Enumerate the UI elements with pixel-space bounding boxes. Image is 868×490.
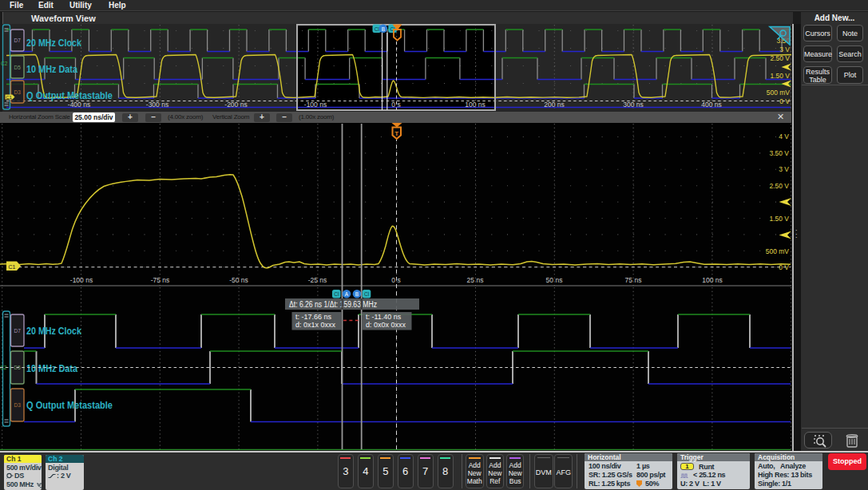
svg-text:Δt: 6.26 ns 1/Δt: 159.63 MHz: Δt: 6.26 ns 1/Δt: 159.63 MHz (289, 300, 377, 309)
svg-text:d: 0x1x 0xxx: d: 0x1x 0xxx (295, 321, 336, 329)
svg-text:3 V: 3 V (779, 165, 789, 173)
svg-text:50 ns: 50 ns (546, 276, 563, 284)
svg-text:200 ns: 200 ns (544, 101, 565, 109)
svg-text:-300 ns: -300 ns (146, 101, 168, 109)
svg-text:D7: D7 (14, 328, 22, 334)
svg-text:Q Output Metastable: Q Output Metastable (26, 90, 113, 101)
svg-text:-100 ns: -100 ns (70, 276, 93, 284)
svg-text:D7: D7 (14, 38, 22, 43)
svg-text:B: B (355, 291, 359, 297)
svg-text:B: B (382, 26, 385, 32)
svg-text:500 mV: 500 mV (767, 89, 791, 97)
svg-text:25 ns: 25 ns (467, 276, 484, 284)
svg-text:3.50 V: 3.50 V (769, 149, 789, 157)
svg-text:20 MHz Clock: 20 MHz Clock (26, 326, 81, 337)
svg-text:-75 ns: -75 ns (151, 276, 170, 284)
svg-text:D3: D3 (14, 89, 22, 95)
svg-text:10 MHz Data: 10 MHz Data (26, 363, 78, 374)
svg-text:D3: D3 (14, 402, 22, 408)
svg-text:Cl: Cl (334, 291, 339, 297)
svg-text:10 MHz Data: 10 MHz Data (26, 64, 78, 75)
svg-text:-400 ns: -400 ns (68, 101, 90, 109)
svg-text:1.50 V: 1.50 V (770, 72, 790, 80)
svg-text:t: -17.66 ns: t: -17.66 ns (295, 313, 332, 321)
svg-text:C2: C2 (1, 61, 8, 66)
svg-text:3 V: 3 V (779, 45, 790, 53)
svg-text:300 ns: 300 ns (623, 101, 644, 109)
svg-text:Cl: Cl (375, 26, 380, 32)
svg-text:0 V: 0 V (779, 97, 790, 105)
svg-text:500 mV: 500 mV (766, 247, 790, 255)
svg-text:Cl: Cl (364, 291, 370, 297)
svg-text:A: A (345, 291, 349, 297)
svg-text:-25 ns: -25 ns (308, 276, 327, 284)
svg-text:D5: D5 (14, 65, 22, 70)
svg-text:1.50 V: 1.50 V (769, 215, 789, 223)
svg-text:Q Output Metastable: Q Output Metastable (26, 400, 113, 411)
svg-text:-100 ns: -100 ns (304, 101, 327, 109)
svg-text:t: -11.40 ns: t: -11.40 ns (366, 313, 402, 321)
svg-text:4 V: 4 V (779, 132, 789, 140)
svg-text:20 MHz Clock: 20 MHz Clock (26, 38, 81, 49)
svg-text:-200 ns: -200 ns (224, 101, 247, 109)
svg-text:2.50 V: 2.50 V (769, 182, 789, 190)
svg-text:0 V: 0 V (779, 263, 789, 271)
svg-text:100 ns: 100 ns (702, 276, 723, 284)
svg-text:400 ns: 400 ns (701, 101, 722, 109)
svg-text:C1: C1 (9, 264, 16, 270)
svg-text:C1: C1 (6, 95, 12, 100)
svg-text:-50 ns: -50 ns (229, 276, 248, 284)
svg-text:d: 0x0x 0xxx: d: 0x0x 0xxx (366, 321, 406, 329)
svg-text:100 ns: 100 ns (465, 101, 486, 109)
svg-text:75 ns: 75 ns (625, 276, 642, 284)
svg-text:0 s: 0 s (391, 101, 400, 109)
svg-text:T: T (394, 130, 398, 137)
svg-text:2.50 V: 2.50 V (770, 54, 790, 62)
